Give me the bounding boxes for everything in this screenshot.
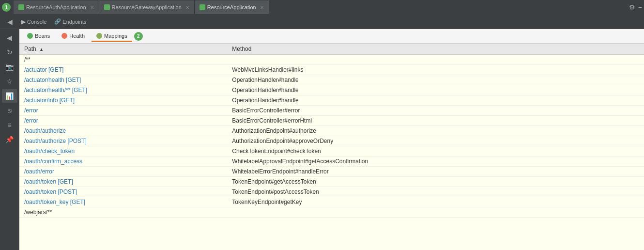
path-link[interactable]: /oauth/error (24, 168, 54, 175)
tab-label-app: ResourceApplication (207, 4, 256, 10)
path-column-header[interactable]: Path ▲ (19, 44, 227, 55)
table-row: /oauth/token [GET]TokenEndpoint#getAcces… (19, 177, 644, 187)
gear-icon[interactable]: ⚙ (629, 3, 635, 11)
health-tab-label: Health (69, 33, 85, 39)
mappings-table-container: Path ▲ Method /**/actuator [GET]WebMvcLi… (19, 44, 644, 250)
method-column-header[interactable]: Method (227, 44, 644, 55)
beans-tab-label: Beans (35, 33, 50, 39)
path-cell: /actuator/health/** [GET] (19, 85, 227, 95)
minimize-icon[interactable]: − (638, 3, 642, 11)
tab-mappings[interactable]: Mappings (92, 31, 132, 42)
path-link[interactable]: /oauth/check_token (24, 148, 75, 155)
tab-icon-gateway (104, 4, 110, 10)
back-icon[interactable]: ◀ (2, 15, 17, 29)
mappings-table: Path ▲ Method /**/actuator [GET]WebMvcLi… (19, 44, 644, 218)
method-cell: OperationHandler#handle (227, 95, 644, 106)
tab-icon-auth (18, 4, 24, 10)
path-link[interactable]: /oauth/authorize [POST] (24, 138, 87, 144)
health-tab-icon (61, 33, 67, 39)
endpoints-button[interactable]: 🔗 Endpoints (50, 17, 90, 26)
table-row: /actuator [GET]WebMvcLinksHandler#links (19, 65, 644, 75)
method-cell: WebMvcLinksHandler#links (227, 65, 644, 75)
endpoints-icon: 🔗 (54, 18, 61, 25)
path-cell: /webjars/** (19, 207, 227, 218)
tab-resource-gateway[interactable]: ResourceGatewayApplication ✕ (99, 0, 195, 14)
path-cell: /oauth/token_key [GET] (19, 197, 227, 207)
sidebar-star-icon[interactable]: ☆ (2, 75, 17, 88)
path-cell: /error (19, 116, 227, 126)
sidebar-back-icon[interactable]: ◀ (2, 31, 17, 45)
console-icon: ▶ (21, 18, 26, 25)
main-toolbar: ◀ ▶ Console 🔗 Endpoints (0, 15, 644, 29)
path-link[interactable]: /actuator/health [GET] (24, 77, 81, 83)
tab-bar: 1 ResourceAuthApplication ✕ ResourceGate… (0, 0, 644, 15)
path-link[interactable]: /actuator [GET] (24, 66, 63, 73)
path-link[interactable]: /error (24, 107, 38, 114)
method-cell: AuthorizationEndpoint#authorize (227, 126, 644, 136)
path-text: /webjars/** (24, 209, 52, 216)
beans-tab-icon (27, 33, 33, 39)
sort-arrow-icon: ▲ (39, 47, 44, 52)
sidebar-exit-icon[interactable]: ⎋ (2, 104, 17, 117)
sidebar-refresh-icon[interactable]: ↻ (2, 46, 17, 59)
path-link[interactable]: /error (24, 117, 38, 124)
tab-resource-app[interactable]: ResourceApplication ✕ (195, 0, 269, 14)
close-icon-gateway[interactable]: ✕ (185, 5, 189, 10)
sidebar-layers-icon[interactable]: ≡ (2, 118, 17, 132)
table-row: /oauth/token_key [GET]TokenKeyEndpoint#g… (19, 197, 644, 207)
tab-label-gateway: ResourceGatewayApplication (112, 4, 182, 10)
sidebar-chart-icon[interactable]: 📊 (2, 89, 17, 103)
method-cell (227, 55, 644, 65)
method-cell: TokenEndpoint#postAccessToken (227, 187, 644, 197)
tab-health[interactable]: Health (57, 31, 90, 42)
console-button[interactable]: ▶ Console (17, 17, 50, 26)
method-cell: WhitelabelApprovalEndpoint#getAccessConf… (227, 156, 644, 167)
path-link[interactable]: /oauth/authorize (24, 127, 66, 134)
path-link[interactable]: /oauth/token [POST] (24, 188, 77, 195)
path-link[interactable]: /actuator/health/** [GET] (24, 87, 87, 94)
path-cell: /oauth/error (19, 167, 227, 177)
path-cell: /oauth/token [GET] (19, 177, 227, 187)
method-cell: CheckTokenEndpoint#checkToken (227, 146, 644, 156)
path-cell: /** (19, 55, 227, 65)
table-row: /actuator/health/** [GET]OperationHandle… (19, 85, 644, 95)
table-row: /webjars/** (19, 207, 644, 218)
table-row: /oauth/confirm_accessWhitelabelApprovalE… (19, 156, 644, 167)
badge-2: 2 (134, 32, 143, 41)
path-link[interactable]: /oauth/token_key [GET] (24, 199, 85, 205)
endpoints-label: Endpoints (62, 19, 86, 25)
mappings-tab-icon (96, 33, 102, 39)
path-cell: /actuator [GET] (19, 65, 227, 75)
path-link[interactable]: /actuator/info [GET] (24, 97, 75, 104)
table-row: /** (19, 55, 644, 65)
tab-label-auth: ResourceAuthApplication (26, 4, 86, 10)
tab-icon-app (199, 4, 205, 10)
path-text: /** (24, 56, 31, 63)
method-cell: WhitelabelErrorEndpoint#handleError (227, 167, 644, 177)
mappings-tab-label: Mappings (104, 33, 127, 39)
table-row: /oauth/authorize [POST]AuthorizationEndp… (19, 136, 644, 146)
tab-beans[interactable]: Beans (22, 31, 55, 42)
table-header-row: Path ▲ Method (19, 44, 644, 55)
close-icon-auth[interactable]: ✕ (90, 5, 94, 10)
path-cell: /oauth/token [POST] (19, 187, 227, 197)
method-cell: TokenKeyEndpoint#getKey (227, 197, 644, 207)
path-cell: /error (19, 106, 227, 116)
path-cell: /oauth/check_token (19, 146, 227, 156)
path-cell: /actuator/info [GET] (19, 95, 227, 106)
method-cell: AuthorizationEndpoint#approveOrDeny (227, 136, 644, 146)
path-cell: /oauth/authorize [POST] (19, 136, 227, 146)
method-cell: BasicErrorController#errorHtml (227, 116, 644, 126)
path-link[interactable]: /oauth/token [GET] (24, 178, 73, 185)
close-icon-app[interactable]: ✕ (260, 5, 264, 10)
method-cell: OperationHandler#handle (227, 75, 644, 85)
table-row: /oauth/errorWhitelabelErrorEndpoint#hand… (19, 167, 644, 177)
path-link[interactable]: /oauth/confirm_access (24, 158, 82, 165)
sidebar-camera-icon[interactable]: 📷 (2, 60, 17, 74)
tab-resource-auth[interactable]: ResourceAuthApplication ✕ (14, 0, 99, 14)
sidebar-pin-icon[interactable]: 📌 (2, 133, 17, 146)
table-row: /errorBasicErrorController#error (19, 106, 644, 116)
path-cell: /oauth/authorize (19, 126, 227, 136)
table-row: /errorBasicErrorController#errorHtml (19, 116, 644, 126)
table-row: /oauth/token [POST]TokenEndpoint#postAcc… (19, 187, 644, 197)
